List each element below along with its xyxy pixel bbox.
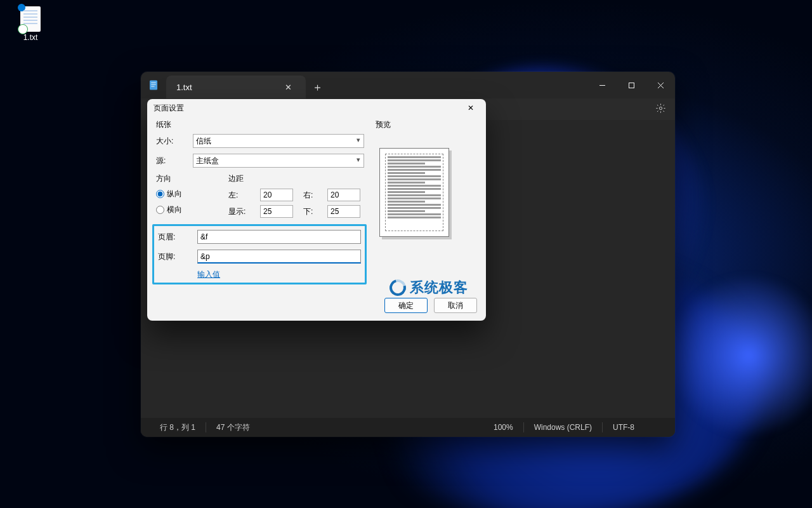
dialog-titlebar[interactable]: 页面设置 ✕ (147, 99, 486, 117)
app-icon (141, 72, 166, 98)
page-preview (379, 148, 449, 237)
tab-active[interactable]: 1.txt ✕ (166, 76, 306, 98)
margin-right-label: 右: (303, 190, 321, 201)
margins-group-label: 边距 (228, 173, 364, 184)
input-values-link[interactable]: 输入值 (197, 269, 361, 280)
close-button[interactable] (646, 72, 675, 98)
margin-left-label: 左: (228, 190, 254, 201)
margin-top-input[interactable] (260, 205, 293, 218)
desktop-file-label: 1.txt (11, 33, 49, 42)
footer-label: 页脚: (158, 251, 197, 262)
paper-size-label: 大小: (156, 136, 193, 147)
paper-group-label: 纸张 (156, 119, 364, 130)
cancel-button[interactable]: 取消 (434, 298, 477, 313)
status-chars: 47 个字符 (206, 422, 260, 433)
header-label: 页眉: (158, 232, 197, 243)
minimize-button[interactable] (587, 72, 617, 98)
status-encoding[interactable]: UTF-8 (603, 423, 666, 432)
orientation-group-label: 方向 (156, 173, 217, 184)
svg-rect-5 (629, 83, 634, 88)
watermark-text: 系统极客 (410, 278, 468, 297)
tab-title: 1.txt (176, 83, 192, 92)
margin-bottom-input[interactable] (327, 205, 360, 218)
status-zoom[interactable]: 100% (483, 423, 523, 432)
paper-source-select[interactable]: 主纸盒 (193, 154, 364, 168)
tab-close-icon[interactable]: ✕ (281, 80, 296, 95)
settings-button[interactable] (655, 103, 666, 116)
status-position: 行 8，列 1 (150, 422, 206, 433)
svg-rect-1 (151, 83, 156, 83)
svg-rect-0 (150, 81, 157, 90)
paper-source-label: 源: (156, 156, 193, 166)
ok-button[interactable]: 确定 (384, 298, 428, 313)
status-line-ending[interactable]: Windows (CRLF) (524, 423, 602, 432)
paper-size-select[interactable]: 信纸 (193, 134, 364, 148)
orientation-landscape-radio[interactable] (156, 206, 164, 214)
new-tab-button[interactable]: ＋ (306, 76, 329, 98)
watermark-icon (386, 276, 409, 299)
footer-input[interactable] (197, 250, 361, 264)
margin-top-label: 显示: (228, 206, 254, 217)
svg-rect-2 (151, 84, 156, 85)
margin-left-input[interactable] (260, 189, 293, 201)
preview-label: 预览 (376, 119, 477, 130)
watermark: 系统极客 (390, 278, 468, 297)
orientation-portrait[interactable]: 纵向 (156, 189, 217, 199)
header-footer-highlight: 页眉: 页脚: 输入值 (152, 224, 367, 284)
dialog-close-icon[interactable]: ✕ (462, 104, 480, 112)
orientation-landscape[interactable]: 横向 (156, 204, 217, 215)
titlebar[interactable]: 1.txt ✕ ＋ (141, 72, 675, 98)
dialog-title: 页面设置 (154, 103, 462, 114)
svg-point-8 (659, 107, 662, 109)
orientation-portrait-radio[interactable] (156, 190, 164, 198)
svg-rect-3 (151, 86, 154, 87)
text-file-icon (20, 6, 41, 32)
statusbar: 行 8，列 1 47 个字符 100% Windows (CRLF) UTF-8 (141, 418, 675, 437)
desktop-file-icon[interactable]: 1.txt (11, 6, 49, 42)
margin-bottom-label: 下: (303, 206, 321, 217)
header-input[interactable] (197, 230, 361, 244)
maximize-button[interactable] (617, 72, 646, 98)
margin-right-input[interactable] (327, 189, 360, 201)
